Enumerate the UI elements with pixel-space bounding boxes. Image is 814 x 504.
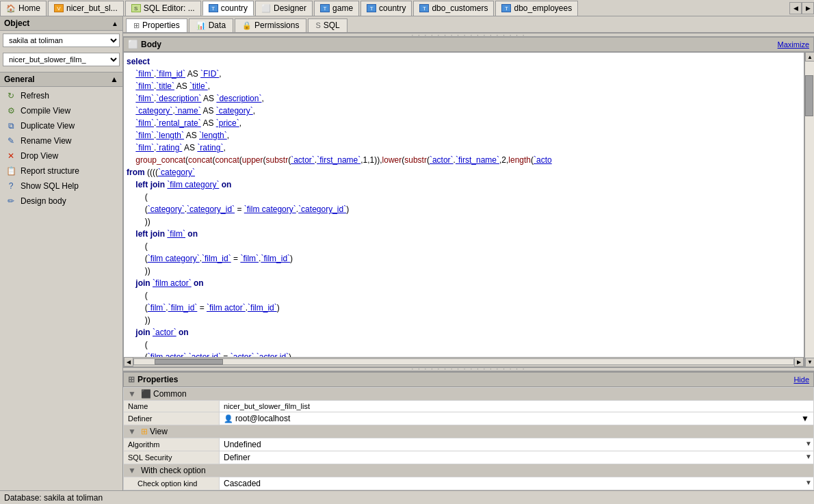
sidebar-menu: ↻ Refresh ⚙ Compile View ⧉ Duplicate Vie… xyxy=(0,87,122,210)
table-tab-icon: T xyxy=(209,4,218,12)
sidebar-item-design[interactable]: ✏ Design body xyxy=(0,194,122,209)
tab-nicer-but-label: nicer_but_sl... xyxy=(66,3,118,13)
algorithm-text: Undefined xyxy=(224,440,261,449)
withcheck-collapse-icon[interactable]: ▼ xyxy=(128,466,136,475)
tab-nicer-but[interactable]: V nicer_but_sl... xyxy=(48,1,124,16)
tab-scroll-left[interactable]: ◀ xyxy=(789,2,802,14)
props-checkoptionkind-label: Check option kind xyxy=(124,477,220,490)
props-sqlsecurity-value[interactable]: Definer ▼ xyxy=(220,451,814,464)
sidebar-item-report[interactable]: 📋 Report structure xyxy=(0,163,122,178)
view-selector[interactable]: nicer_but_slower_film_ xyxy=(3,53,120,66)
sqlsecurity-text: Definer xyxy=(224,453,250,462)
table-tab-icon3: T xyxy=(367,4,376,12)
sidebar-item-compile[interactable]: ⚙ Compile View xyxy=(0,103,122,118)
table-tab-icon4: T xyxy=(419,4,429,12)
db-selector[interactable]: sakila at toliman xyxy=(3,34,120,47)
props-definer-row: Definer 👤 root@localhost ▼ xyxy=(124,412,814,425)
common-icon: ⬛ xyxy=(141,389,151,399)
tab-game[interactable]: T game xyxy=(314,1,359,16)
sidebar-refresh-label: Refresh xyxy=(21,91,49,101)
body-header: ⬜ Body Maximize xyxy=(123,37,814,52)
view-collapse-icon[interactable]: ▼ xyxy=(128,427,136,436)
sidebar-item-refresh[interactable]: ↻ Refresh xyxy=(0,88,122,103)
permissions-tab-icon: 🔒 xyxy=(242,21,252,30)
tab-sql-editor[interactable]: S SQL Editor: ... xyxy=(125,1,201,16)
common-collapse-icon[interactable]: ▼ xyxy=(128,389,136,399)
horizontal-scrollbar[interactable]: ◀ ▶ xyxy=(124,357,804,367)
sql-tab-icon: S xyxy=(315,21,320,29)
props-checkoptionkind-value[interactable]: Cascaded ▼ xyxy=(220,477,814,490)
showsql-icon: ? xyxy=(5,181,16,191)
sidebar-duplicate-label: Duplicate View xyxy=(21,121,75,131)
tab-country2[interactable]: T country xyxy=(360,1,412,16)
tab-scroll-arrows: ◀ ▶ xyxy=(789,2,814,14)
vscroll-up-btn[interactable]: ▲ xyxy=(805,52,814,62)
checkoptionkind-dropdown-icon[interactable]: ▼ xyxy=(805,479,812,486)
tab-game-label: game xyxy=(332,3,353,13)
tab-designer[interactable]: ⬜ Designer xyxy=(255,1,313,16)
code-editor[interactable]: select `film`.`film_id` AS `FID`, `film`… xyxy=(124,53,804,357)
sub-tab-permissions[interactable]: 🔒 Permissions xyxy=(235,18,306,32)
algorithm-dropdown-icon[interactable]: ▼ xyxy=(805,440,812,447)
sub-tab-sql[interactable]: S SQL xyxy=(308,18,347,32)
sidebar-item-showsql[interactable]: ? Show SQL Help xyxy=(0,178,122,194)
hscroll-track xyxy=(133,358,794,365)
definer-dropdown[interactable]: ▼ xyxy=(801,414,809,423)
tab-dbo-employees[interactable]: T dbo_employees xyxy=(495,1,578,16)
tab-dbo-customers[interactable]: T dbo_customers xyxy=(413,1,494,16)
hscroll-right-btn[interactable]: ▶ xyxy=(794,357,804,367)
general-collapse-btn[interactable]: ▲ xyxy=(110,75,118,84)
status-text: Database: sakila at toliman xyxy=(4,493,103,503)
sub-tab-data[interactable]: 📊 Data xyxy=(189,18,233,32)
refresh-icon: ↻ xyxy=(5,90,16,101)
tab-home[interactable]: 🏠 Home xyxy=(0,1,47,16)
props-view-section: ▼ ⊞ View xyxy=(124,425,814,438)
compile-icon: ⚙ xyxy=(5,105,16,116)
props-definer-value[interactable]: 👤 root@localhost ▼ xyxy=(220,412,814,425)
sidebar-item-duplicate[interactable]: ⧉ Duplicate View xyxy=(0,118,122,133)
table-tab-icon5: T xyxy=(501,4,511,12)
sqlsecurity-dropdown-icon[interactable]: ▼ xyxy=(805,453,812,460)
withcheck-label: With check option xyxy=(141,466,206,475)
content-area: ⊞ Properties 📊 Data 🔒 Permissions S SQL … xyxy=(123,16,814,490)
drop-icon: ✕ xyxy=(5,150,16,161)
object-label: Object xyxy=(4,18,29,28)
tab-country[interactable]: T country xyxy=(202,1,254,16)
duplicate-icon: ⧉ xyxy=(5,120,16,131)
hide-link[interactable]: Hide xyxy=(793,375,809,384)
props-sqlsecurity-label: SQL Security xyxy=(124,451,220,464)
sub-tab-properties-label: Properties xyxy=(142,21,180,30)
props-algorithm-value[interactable]: Undefined ▼ xyxy=(220,438,814,451)
props-name-value[interactable]: nicer_but_slower_film_list xyxy=(220,400,814,412)
object-collapse-btn[interactable]: ▲ xyxy=(111,20,118,27)
editor-row: select `film`.`film_id` AS `FID`, `film`… xyxy=(123,52,814,367)
code-editor-container: select `film`.`film_id` AS `FID`, `film`… xyxy=(123,52,804,367)
home-icon: 🏠 xyxy=(6,4,16,13)
vscroll-down-btn[interactable]: ▼ xyxy=(805,358,814,367)
maximize-link[interactable]: Maximize xyxy=(778,40,809,49)
vscroll-thumb[interactable] xyxy=(805,75,813,116)
sub-tab-data-label: Data xyxy=(209,21,226,30)
common-label: Common xyxy=(153,389,187,399)
props-sqlsecurity-row: SQL Security Definer ▼ xyxy=(124,451,814,464)
props-algorithm-row: Algorithm Undefined ▼ xyxy=(124,438,814,451)
sidebar: Object ▲ sakila at toliman nicer_but_slo… xyxy=(0,16,123,490)
sidebar-showsql-label: Show SQL Help xyxy=(21,181,79,191)
properties-panel: ⊞ Properties Hide ▼ ⬛ Common xyxy=(123,371,814,491)
person-icon: 👤 xyxy=(224,414,233,423)
tab-scroll-right[interactable]: ▶ xyxy=(802,2,814,14)
sidebar-compile-label: Compile View xyxy=(21,106,70,116)
props-title-label: Properties xyxy=(137,375,178,384)
hscroll-thumb[interactable] xyxy=(155,359,223,364)
definer-text: root@localhost xyxy=(235,414,290,423)
db-selector-container: sakila at toliman xyxy=(3,34,120,47)
sub-tab-properties[interactable]: ⊞ Properties xyxy=(126,18,187,32)
sidebar-item-rename[interactable]: ✎ Rename View xyxy=(0,133,122,148)
view-icon: V xyxy=(54,4,64,12)
tab-dbo-employees-label: dbo_employees xyxy=(514,3,572,13)
sidebar-item-drop[interactable]: ✕ Drop View xyxy=(0,148,122,163)
tab-country2-label: country xyxy=(379,3,406,13)
hscroll-left-btn[interactable]: ◀ xyxy=(124,357,133,367)
vertical-scrollbar[interactable]: ▲ ▼ xyxy=(804,52,814,367)
tab-country-label: country xyxy=(221,3,248,13)
